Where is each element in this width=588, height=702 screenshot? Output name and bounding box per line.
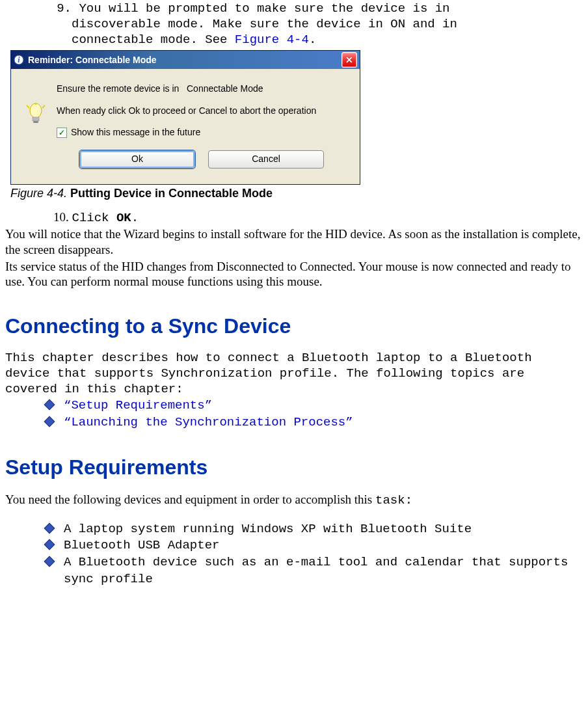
heading-setup: Setup Requirements (5, 454, 583, 480)
setup-item-2: Bluetooth USB Adapter (46, 537, 583, 554)
step-10-text-a: Click (72, 211, 116, 225)
dialog-line1: Ensure the remote device is in Connectab… (57, 83, 347, 95)
figure-caption: Figure 4-4. Putting Device in Connectabl… (10, 186, 583, 201)
dialog-line2: When ready click Ok to proceed or Cancel… (57, 105, 347, 117)
paragraph-1: You will notice that the Wizard begins t… (5, 226, 583, 258)
reminder-dialog: i Reminder: Connectable Mode ✕ Ensure th… (10, 50, 360, 185)
show-message-label: Show this message in the future (71, 127, 200, 139)
svg-point-2 (30, 103, 42, 118)
figure-4-4-link[interactable]: Figure 4-4 (235, 33, 309, 47)
svg-rect-4 (33, 121, 38, 123)
dialog-title: Reminder: Connectable Mode (28, 55, 341, 66)
setup-intro-b: task: (375, 493, 412, 507)
step-10-number: 10. (53, 210, 69, 224)
topic-link-1[interactable]: “Setup Requirements” (46, 397, 583, 414)
cancel-button[interactable]: Cancel (208, 150, 324, 169)
paragraph-2: Its service status of the HID changes fr… (5, 259, 583, 290)
ok-button[interactable]: Ok (79, 150, 195, 169)
step-9-line3a: connectable mode. See (72, 33, 235, 47)
body-paragraphs: You will notice that the Wizard begins t… (5, 226, 583, 290)
dialog-body: Ensure the remote device is in Connectab… (11, 69, 360, 184)
step-10-text-b: OK (116, 211, 131, 225)
info-icon: i (14, 55, 24, 65)
reminder-icon (23, 101, 49, 128)
close-icon[interactable]: ✕ (341, 52, 357, 68)
dialog-checkbox-row: ✓ Show this message in the future (57, 127, 347, 139)
dialog-titlebar: i Reminder: Connectable Mode ✕ (11, 51, 360, 69)
setup-item-1: A laptop system running Windows XP with … (46, 520, 583, 537)
topics-list: “Setup Requirements” “Launching the Sync… (46, 397, 583, 431)
setup-intro: You need the following devices and equip… (5, 492, 583, 509)
step-9-line2: discoverable mode. Make sure the device … (72, 17, 583, 33)
step-10-text-c: . (131, 211, 139, 225)
topic-link-2[interactable]: “Launching the Synchronization Process” (46, 414, 583, 431)
show-message-checkbox[interactable]: ✓ (57, 128, 67, 138)
dialog-line1a: Ensure the remote device is in (57, 83, 179, 94)
svg-rect-3 (33, 117, 39, 121)
figure-title: Putting Device in Connectable Mode (70, 187, 273, 200)
setup-item-3: A Bluetooth device such as an e-mail too… (46, 554, 583, 587)
setup-intro-a: You need the following devices and equip… (5, 493, 375, 506)
step-10: 10. Click OK. (53, 209, 583, 226)
figure-label: Figure 4-4. (10, 187, 70, 200)
step-9-line3: connectable mode. See Figure 4-4. (72, 33, 583, 48)
step-9-line1: You will be prompted to make sure the de… (79, 1, 449, 16)
heading-connecting: Connecting to a Sync Device (5, 313, 583, 339)
dialog-line1b: Connectable Mode (187, 83, 263, 94)
setup-list: A laptop system running Windows XP with … (46, 520, 583, 587)
step-9: 9. You will be prompted to make sure the… (49, 1, 583, 17)
step-9-line3b: . (309, 33, 316, 47)
dialog-buttons: Ok Cancel (57, 150, 347, 169)
sync-intro: This chapter describes how to connect a … (5, 351, 583, 397)
step-9-number: 9. (49, 1, 72, 17)
